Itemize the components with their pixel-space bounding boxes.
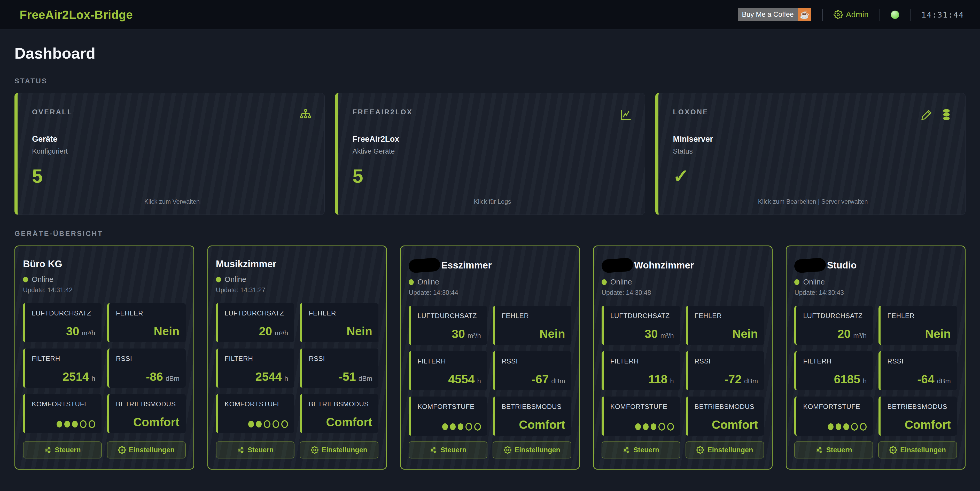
metric-luftdurchsatz: LUFTDURCHSATZ20m³/h [794, 306, 873, 345]
metric-rssi: RSSI-64dBm [878, 351, 957, 390]
admin-label: Admin [846, 10, 869, 19]
status-card[interactable]: OVERALL Geräte Konfiguriert 5 Klick zum … [14, 93, 325, 215]
einstellungen-button[interactable]: Einstellungen [107, 442, 186, 458]
sliders-icon [622, 446, 630, 454]
database-icon[interactable] [940, 108, 953, 122]
device-status: Online [23, 275, 186, 284]
devices-section-heading: GERÄTE-ÜBERSICHT [14, 230, 966, 238]
device-card: Esszimmer Online Update: 14:30:44 LUFTDU… [400, 246, 580, 470]
metric-label: BETRIEBSMODUS [116, 400, 180, 408]
device-actions: Steuern Einstellungen [601, 442, 764, 458]
chart-icon[interactable] [619, 108, 632, 122]
metric-label: FILTERH [32, 355, 95, 363]
metric-rssi: RSSI-72dBm [686, 351, 764, 390]
navbar-right: Buy Me a Coffee ☕ Admin 14:31:44 [738, 8, 964, 21]
status-card[interactable]: LOXONE Miniserver Status ✓ Klick zum Bea… [655, 93, 966, 215]
einstellungen-button[interactable]: Einstellungen [493, 442, 571, 458]
navbar: FreeAir2Lox-Bridge Buy Me a Coffee ☕ Adm… [0, 0, 980, 29]
device-actions: Steuern Einstellungen [409, 442, 571, 458]
einstellungen-label: Einstellungen [900, 446, 946, 454]
comfort-dot-filled [843, 423, 849, 430]
online-status-label: Online [32, 275, 54, 284]
device-actions: Steuern Einstellungen [794, 442, 957, 458]
metric-label: FEHLER [887, 312, 951, 320]
metric-value: 2544 [255, 371, 282, 383]
metric-komfortstufe: KOMFORTSTUFE [23, 394, 102, 433]
metric-grid: LUFTDURCHSATZ30m³/hFEHLERNeinFILTERH118h… [601, 306, 764, 436]
status-card-header: LOXONE [673, 108, 953, 122]
admin-link[interactable]: Admin [834, 10, 869, 19]
status-card-label: OVERALL [32, 108, 73, 116]
status-card-icons [920, 108, 953, 122]
comfort-dot-filled [72, 421, 78, 427]
redaction-blob [794, 257, 826, 273]
metric-fehler: FEHLERNein [300, 303, 379, 342]
comfort-dot-filled [635, 423, 641, 430]
metric-value: 4554 [448, 373, 474, 385]
einstellungen-button[interactable]: Einstellungen [300, 442, 379, 458]
status-card-value: 5 [32, 167, 312, 186]
device-name: Wohnzimmer [634, 260, 694, 271]
steuern-button[interactable]: Steuern [23, 442, 102, 458]
comfort-dot-empty [264, 420, 270, 428]
einstellungen-button[interactable]: Einstellungen [686, 442, 764, 458]
einstellungen-label: Einstellungen [321, 446, 367, 454]
status-card-hint: Klick zum Bearbeiten | Server verwalten [673, 198, 953, 208]
metric-unit: h [863, 377, 867, 385]
comfort-dot-empty [89, 420, 95, 428]
einstellungen-button[interactable]: Einstellungen [878, 442, 957, 458]
status-card-header: FREEAIR2LOX [353, 108, 633, 122]
status-card-grid: OVERALL Geräte Konfiguriert 5 Klick zum … [14, 93, 966, 215]
comfort-dot-filled [450, 423, 456, 430]
metric-label: FILTERH [225, 355, 288, 363]
status-card-subtitle: Status [673, 148, 953, 156]
gear-icon [118, 446, 126, 454]
comfort-dot-filled [57, 421, 62, 427]
status-card-subtitle: Konfiguriert [32, 148, 312, 156]
comfort-dot-empty [281, 420, 288, 428]
metric-luftdurchsatz: LUFTDURCHSATZ20m³/h [216, 303, 294, 342]
metric-label: RSSI [116, 355, 180, 363]
comfort-dot-empty [667, 423, 674, 431]
metric-unit: dBm [937, 377, 951, 385]
status-card-value: 5 [353, 167, 633, 186]
sitemap-icon[interactable] [299, 108, 312, 122]
steuern-label: Steuern [248, 446, 274, 454]
sliders-icon [815, 446, 823, 454]
connection-status-indicator [891, 11, 899, 19]
metric-luftdurchsatz: LUFTDURCHSATZ30m³/h [601, 306, 680, 345]
steuern-button[interactable]: Steuern [216, 442, 295, 458]
metric-grid: LUFTDURCHSATZ20m³/hFEHLERNeinFILTERH2544… [216, 303, 379, 433]
metric-unit: dBm [165, 375, 179, 383]
status-card[interactable]: FREEAIR2LOX FreeAir2Lox Aktive Geräte 5 … [335, 93, 645, 215]
comfort-dot-filled [458, 423, 463, 430]
status-card-hint: Klick zum Verwalten [32, 198, 312, 208]
metric-unit: m³/h [660, 332, 674, 340]
metric-label: RSSI [502, 357, 565, 365]
pencil-icon[interactable] [920, 108, 933, 122]
metric-unit: dBm [744, 377, 758, 385]
buy-me-a-coffee-button[interactable]: Buy Me a Coffee ☕ [738, 8, 811, 21]
steuern-button[interactable]: Steuern [794, 442, 873, 458]
metric-label: LUFTDURCHSATZ [32, 309, 95, 317]
buy-me-a-coffee-label: Buy Me a Coffee [738, 8, 798, 21]
metric-komfortstufe: KOMFORTSTUFE [409, 397, 487, 436]
metric-filterh: FILTERH2514h [23, 348, 102, 388]
metric-value: 20 [259, 325, 272, 337]
metric-value: Comfort [133, 416, 180, 428]
device-update-time: Update: 14:31:27 [216, 286, 379, 294]
steuern-button[interactable]: Steuern [601, 442, 680, 458]
gear-icon [311, 446, 318, 454]
status-card-title: Miniserver [673, 135, 953, 144]
steuern-button[interactable]: Steuern [409, 442, 487, 458]
device-status: Online [409, 278, 571, 286]
device-title: Musikzimmer [216, 259, 379, 270]
device-update-time: Update: 14:31:42 [23, 286, 186, 294]
metric-value: Comfort [519, 419, 565, 431]
metric-fehler: FEHLERNein [107, 303, 186, 342]
status-card-label: FREEAIR2LOX [353, 108, 413, 116]
status-card-header: OVERALL [32, 108, 312, 122]
metric-label: KOMFORTSTUFE [225, 400, 288, 408]
metric-label: BETRIEBSMODUS [502, 403, 565, 411]
metric-unit: dBm [551, 377, 565, 385]
